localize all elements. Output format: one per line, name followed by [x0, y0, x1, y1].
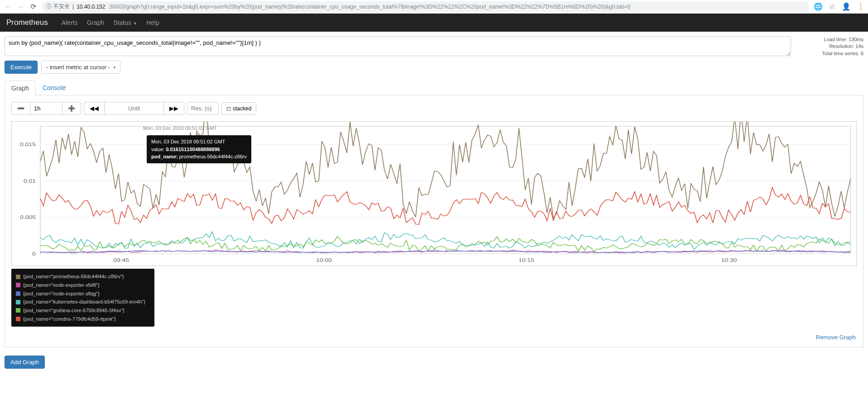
translate-icon[interactable]: 🌐 — [814, 2, 823, 11]
legend-swatch — [16, 300, 20, 304]
legend-label: {pod_name="node-exporter-sflqg"} — [23, 290, 100, 298]
stat-load-time: Load time: 130ms — [796, 36, 863, 43]
execute-button[interactable]: Execute — [5, 61, 38, 74]
stat-resolution: Resolution: 14s — [796, 43, 863, 50]
legend-item[interactable]: {pod_name="kubernetes-dashboard-b54f75c6… — [16, 298, 145, 306]
legend-item[interactable]: {pod_name="node-exporter-xfsf8"} — [16, 281, 145, 290]
legend-label: {pod_name="grafana-core-6759c8945-5f4sv"… — [23, 306, 125, 315]
svg-text:10:15: 10:15 — [518, 258, 534, 263]
legend-item[interactable]: {pod_name="coredns-779dfc4d59-rtpmk"} — [16, 315, 145, 323]
url-host: 10.40.0.152 — [77, 4, 105, 10]
tab-console[interactable]: Console — [36, 80, 72, 95]
legend: {pod_name="prometheus-58dc44f44c-z86rv"}… — [11, 269, 154, 327]
forward-icon[interactable]: → — [16, 3, 24, 11]
range-input[interactable] — [30, 102, 62, 115]
menu-icon[interactable]: ⋮ — [857, 2, 864, 11]
app-navbar: Prometheus Alerts Graph Status ▼ Help — [0, 14, 868, 32]
back-icon[interactable]: ← — [4, 3, 12, 11]
legend-item[interactable]: {pod_name="prometheus-58dc44f44c-z86rv"} — [16, 272, 145, 281]
metric-select[interactable]: - insert metric at cursor - — [41, 61, 120, 74]
legend-item[interactable]: {pod_name="grafana-core-6759c8945-5f4sv"… — [16, 306, 145, 315]
nav-help[interactable]: Help — [146, 19, 159, 26]
tooltip-value: 0.016151100488888896 — [166, 147, 220, 152]
stat-total-series: Total time series: 6 — [796, 50, 863, 57]
svg-text:09:45: 09:45 — [114, 258, 129, 263]
remove-graph-link[interactable]: Remove Graph — [816, 334, 856, 341]
query-stats: Load time: 130ms Resolution: 14s Total t… — [796, 36, 863, 57]
expression-input[interactable] — [5, 36, 791, 56]
legend-label: {pod_name="prometheus-58dc44f44c-z86rv"} — [23, 272, 124, 281]
tabs: Graph Console — [5, 80, 863, 95]
legend-swatch — [16, 291, 20, 296]
tooltip-ts: Mon, 03 Dec 2018 09:51:02 GMT — [151, 138, 247, 146]
nav-status[interactable]: Status ▼ — [113, 19, 137, 26]
address-bar[interactable]: 不安全 | 10.40.0.152:30003/graph?g0.range_i… — [42, 1, 809, 12]
time-forward-button[interactable]: ▶▶ — [163, 102, 184, 115]
range-increase-button[interactable]: ➕ — [62, 102, 81, 115]
resolution-input[interactable] — [187, 102, 219, 115]
legend-label: {pod_name="node-exporter-xfsf8"} — [23, 281, 100, 290]
until-input[interactable] — [105, 102, 163, 115]
graph-panel: ➖ ➕ ◀◀ ▶▶ ◻stacked 00.0050.010.01509:451… — [5, 95, 863, 347]
until-group: ◀◀ ▶▶ — [84, 102, 184, 115]
legend-label: {pod_name="kubernetes-dashboard-b54f75c6… — [23, 298, 145, 306]
tab-graph[interactable]: Graph — [5, 81, 36, 95]
range-group: ➖ ➕ — [11, 102, 81, 115]
legend-label: {pod_name="coredns-779dfc4d59-rtpmk"} — [23, 315, 116, 323]
reload-icon[interactable]: ⟳ — [29, 2, 37, 11]
chart-svg: 00.0050.010.01509:4510:0010:1510:30 — [12, 122, 856, 266]
svg-text:0.015: 0.015 — [20, 142, 36, 147]
svg-text:0.005: 0.005 — [20, 215, 36, 220]
stacked-toggle[interactable]: ◻stacked — [221, 102, 256, 115]
add-graph-button[interactable]: Add Graph — [5, 356, 45, 369]
browser-toolbar: ← → ⟳ 不安全 | 10.40.0.152:30003/graph?g0.r… — [0, 0, 868, 14]
legend-swatch — [16, 283, 20, 287]
svg-text:10:30: 10:30 — [721, 258, 737, 263]
chart-area[interactable]: 00.0050.010.01509:4510:0010:1510:30 Mon,… — [11, 121, 857, 266]
svg-text:0.01: 0.01 — [24, 178, 36, 184]
url-rest: :30003/graph?g0.range_input=1h&g0.expr=s… — [108, 4, 631, 10]
legend-swatch — [16, 308, 20, 313]
tooltip-podname: prometheus-58dc44f44c-z86rv — [179, 154, 247, 159]
profile-icon[interactable]: 👤 — [842, 2, 851, 11]
svg-text:10:00: 10:00 — [316, 258, 332, 263]
hover-timestamp: Mon, 03 Dec 2018 09:51:02 GMT — [143, 125, 217, 131]
caret-down-icon: ▼ — [133, 21, 137, 26]
time-back-button[interactable]: ◀◀ — [84, 102, 105, 115]
tooltip: Mon, 03 Dec 2018 09:51:02 GMT value: 0.0… — [147, 135, 251, 163]
nav-alerts[interactable]: Alerts — [62, 19, 78, 26]
legend-item[interactable]: {pod_name="node-exporter-sflqg"} — [16, 290, 145, 298]
range-decrease-button[interactable]: ➖ — [11, 102, 30, 115]
nav-graph[interactable]: Graph — [86, 19, 104, 26]
star-icon[interactable]: ☆ — [829, 2, 835, 11]
unstacked-icon: ◻ — [226, 105, 231, 112]
legend-swatch — [16, 317, 20, 321]
insecure-label: 不安全 — [46, 3, 70, 10]
brand[interactable]: Prometheus — [6, 18, 48, 27]
svg-text:0: 0 — [32, 252, 36, 257]
legend-swatch — [16, 275, 20, 279]
